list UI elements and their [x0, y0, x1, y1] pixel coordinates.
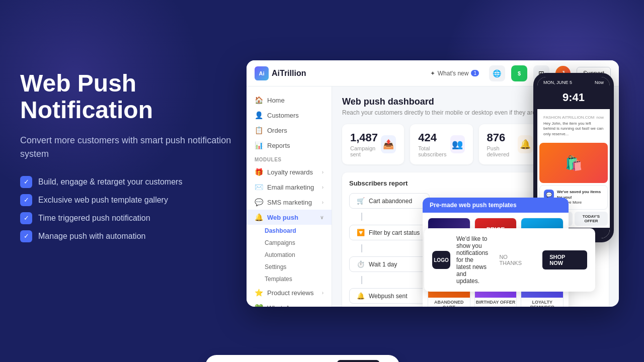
workflow-node-sent: 🔔 Webpush sent [349, 288, 430, 304]
workflow-node-cart: 🛒 Cart abandoned [349, 193, 430, 209]
delivered-icon: 🔔 [518, 135, 533, 153]
workflow-node-filter: 🔽 Filter by cart status ✕ [349, 225, 430, 240]
stat-card-delivered: 876 Push delivered 🔔 [479, 124, 541, 164]
alert-me-button[interactable]: ALERT ME [337, 360, 379, 362]
whatsapp-icon: 💚 [255, 304, 263, 307]
check-icon-4: ✓ [20, 230, 32, 242]
phone-status-bar: MON, JUNE 5 Now [537, 77, 610, 88]
workflow-node-wait: ⏱️ Wait 1 day ✓ [349, 256, 430, 272]
phone-time: 9:41 [537, 88, 610, 106]
sidebar-item-home[interactable]: 🏠 Home [247, 93, 332, 108]
subscribers-icon: 👥 [450, 135, 464, 153]
sidebar-item-reviews[interactable]: ⭐ Product reviews › [247, 285, 332, 300]
sidebar-sub-settings[interactable]: Settings [247, 261, 332, 273]
stat-label-subscribers: Total subscribers [418, 145, 450, 157]
feature-list: ✓ Build, engage & retarget your customer… [20, 176, 231, 242]
template-label-birthday: BIRTHDAY OFFER [475, 298, 517, 307]
translate-button[interactable]: 🌐 [489, 65, 505, 81]
phone-notif-body: Hey John, the item you left behind is ru… [543, 121, 604, 137]
node-connector-3 [361, 276, 362, 284]
chevron-icon: › [322, 185, 324, 190]
ai-logo-icon: Ai [255, 66, 269, 80]
notif-logo: LOGO [432, 251, 450, 269]
shop-now-button[interactable]: SHOP NOW [542, 250, 587, 269]
wait-icon: ⏱️ [357, 260, 365, 268]
push-icon: 🔔 [357, 292, 365, 300]
sidebar-sub-dashboard[interactable]: Dashboard [247, 225, 332, 237]
sidebar-item-whatsapp[interactable]: 💚 WhatsApp [247, 300, 332, 307]
check-icon-3: ✓ [20, 212, 32, 224]
currency-button[interactable]: $ [511, 65, 527, 81]
stat-card-subscribers: 424 Total subscribers 👥 [410, 124, 472, 164]
reports-icon: 📊 [255, 141, 263, 149]
chevron-icon: › [322, 169, 324, 175]
webpush-icon: 🔔 [255, 213, 263, 221]
feature-item-2: ✓ Exclusive web push template gallery [20, 194, 231, 206]
feature-item-3: ✓ Time triggered push notification [20, 212, 231, 224]
sidebar-item-sms[interactable]: 💬 SMS marketing › [247, 195, 332, 210]
hero-subtitle: Convert more customers with smart push n… [20, 134, 231, 161]
whats-new-button[interactable]: ✦ What's new 1 [426, 68, 483, 79]
price-drop-banner: Get notified when the price drops below … [205, 355, 399, 362]
chevron-down-icon: ∨ [320, 215, 324, 220]
sidebar-item-webpush[interactable]: 🔔 Web push ∨ [247, 210, 332, 225]
sidebar-sub-campaigns[interactable]: Campaigns [247, 237, 332, 249]
sidebar-item-email[interactable]: ✉️ Email marketing › [247, 179, 332, 195]
sms-icon: 💬 [255, 198, 263, 206]
filter-icon: 🔽 [357, 229, 365, 236]
stat-value-delivered: 876 [487, 131, 518, 144]
loyalty-icon: 🎁 [255, 168, 263, 176]
whats-new-badge: 1 [471, 70, 479, 76]
no-thanks-button[interactable]: NO THANKS [494, 251, 536, 269]
node-connector-2 [361, 244, 362, 252]
sidebar-item-reports[interactable]: 📊 Reports [247, 138, 332, 153]
stat-value-campaigns: 1,487 [350, 131, 381, 144]
home-icon: 🏠 [255, 96, 263, 104]
workflow-title: Subscribers report [349, 179, 408, 187]
node-connector-1 [361, 213, 362, 221]
cart-icon: 🛒 [357, 197, 365, 205]
check-icon-2: ✓ [20, 194, 32, 206]
sidebar-sub-automation[interactable]: Automation [247, 249, 332, 261]
campaign-icon: 📤 [381, 135, 396, 153]
phone-notification: FASHION AITRILLION.COM now Hey John, the… [539, 111, 608, 141]
email-icon: ✉️ [255, 183, 263, 191]
sidebar-item-customers[interactable]: 👤 Customers [247, 108, 332, 123]
templates-popup-header: Pre-made web push templates [423, 198, 569, 213]
notif-text: We'd like to show you notifications for … [456, 235, 488, 285]
reviews-icon: ⭐ [255, 289, 263, 297]
sidebar: 🏠 Home 👤 Customers 📋 Orders 📊 Reports MO… [247, 86, 332, 307]
customers-icon: 👤 [255, 111, 263, 119]
chevron-icon: › [322, 200, 324, 205]
phone-date [537, 106, 610, 109]
check-icon-1: ✓ [20, 176, 32, 188]
phone-notif-header: FASHION AITRILLION.COM now [543, 115, 604, 120]
stat-value-subscribers: 424 [418, 131, 450, 144]
modules-label: MODULES [247, 153, 332, 164]
star-icon: ✦ [430, 70, 435, 77]
sidebar-item-orders[interactable]: 📋 Orders [247, 123, 332, 138]
chevron-icon: › [322, 290, 324, 296]
stat-label-campaigns: Campaign sent [350, 145, 381, 157]
stat-label-delivered: Push delivered [487, 145, 518, 157]
sidebar-item-loyalty[interactable]: 🎁 Loyalty rewards › [247, 164, 332, 179]
hero-title: Web PushNotification [20, 70, 231, 124]
todays-offer-button[interactable]: TODAY'S OFFER [575, 212, 608, 226]
feature-item-4: ✓ Manage push with automation [20, 230, 231, 242]
feature-item-1: ✓ Build, engage & retarget your customer… [20, 176, 231, 188]
template-label-loyalty: LOYALTY REMINDER [521, 298, 563, 307]
stat-card-campaigns: 1,487 Campaign sent 📤 [342, 124, 404, 164]
sidebar-sub-templates[interactable]: Templates [247, 273, 332, 285]
notification-permission-popup: LOGO We'd like to show you notifications… [424, 228, 595, 292]
orders-icon: 📋 [255, 126, 263, 134]
left-panel: Web PushNotification Convert more custom… [20, 70, 231, 242]
template-label-abandoned: ABANDONED CART [428, 298, 470, 307]
logo-text: AiTrillion [272, 69, 306, 78]
logo-area: Ai AiTrillion [255, 66, 306, 80]
phone-promo-banner: 🛍️ [539, 143, 608, 183]
